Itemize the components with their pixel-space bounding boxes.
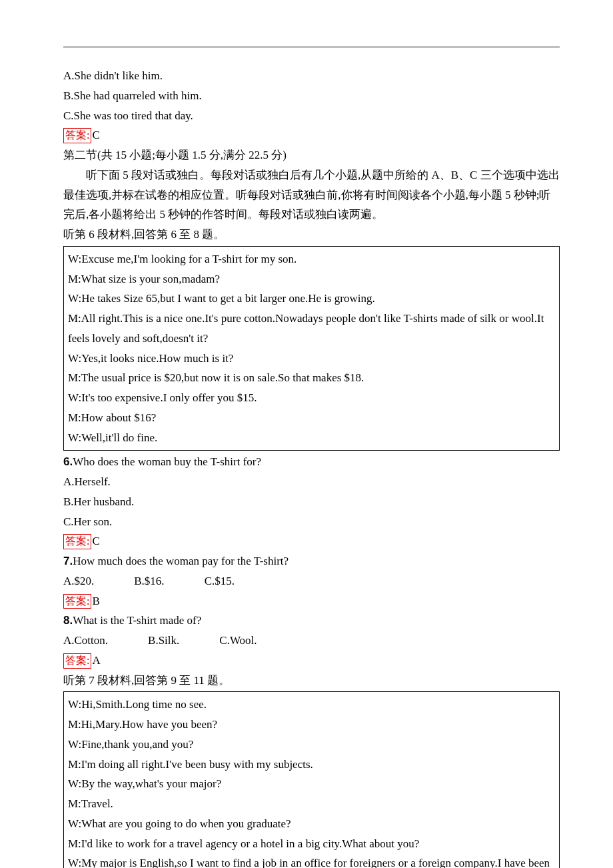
question-7-options: A.$20. B.$16. C.$15.	[63, 571, 560, 591]
answer-label: 答案:	[63, 653, 91, 669]
question-5-options: A.She didn't like him. B.She had quarrel…	[63, 66, 560, 125]
dialog-line: W:Excuse me,I'm looking for a T-shirt fo…	[68, 249, 555, 269]
dialog-line: W:Hi,Smith.Long time no see.	[68, 695, 555, 715]
dialog-line: W:Well,it'll do fine.	[68, 428, 555, 448]
dialog-line: W:What are you going to do when you grad…	[68, 814, 555, 834]
answer-value: C	[92, 129, 99, 141]
answer-label: 答案:	[63, 128, 91, 143]
question-text: How much does the woman pay for the T-sh…	[73, 555, 289, 567]
option-b: B.$16.	[134, 571, 164, 591]
answer-row: 答案:B	[63, 591, 560, 611]
dialog-line: W:Fine,thank you,and you?	[68, 735, 555, 755]
option-b: B.Silk.	[148, 631, 179, 651]
section-2-title: 第二节(共 15 小题;每小题 1.5 分,满分 22.5 分)	[63, 145, 560, 165]
question-number: 8.	[63, 614, 73, 627]
question-6: 6.Who does the woman buy the T-shirt for…	[63, 452, 560, 472]
option-a: A.Herself.	[63, 472, 560, 492]
answer-row: 答案:C	[63, 531, 560, 551]
material-6-intro: 听第 6 段材料,回答第 6 至 8 题。	[63, 225, 560, 245]
question-text: Who does the woman buy the T-shirt for?	[73, 455, 261, 468]
dialog-line: M:All right.This is a nice one.It's pure…	[68, 309, 555, 349]
dialog-line: W:Yes,it looks nice.How much is it?	[68, 349, 555, 369]
dialog-line: M:Travel.	[68, 794, 555, 814]
dialog-line: W:By the way,what's your major?	[68, 774, 555, 794]
question-number: 6.	[63, 455, 73, 468]
option-a: A.She didn't like him.	[63, 66, 560, 86]
dialog-line: M:I'd like to work for a travel agency o…	[68, 834, 555, 854]
dialog-line: M:The usual price is $20,but now it is o…	[68, 368, 555, 388]
answer-label: 答案:	[63, 594, 91, 609]
option-c: C.$15.	[205, 571, 235, 591]
option-c: C.Her son.	[63, 512, 560, 532]
dialog-6: W:Excuse me,I'm looking for a T-shirt fo…	[63, 246, 560, 451]
question-text: What is the T-shirt made of?	[73, 614, 201, 627]
dialog-line: W:He takes Size 65,but I want to get a b…	[68, 289, 555, 309]
dialog-7: W:Hi,Smith.Long time no see. M:Hi,Mary.H…	[63, 691, 560, 868]
dialog-line: W:My major is English,so I want to find …	[68, 853, 555, 868]
answer-value: C	[92, 535, 99, 547]
option-c: C.She was too tired that day.	[63, 106, 560, 126]
option-b: B.She had quarreled with him.	[63, 86, 560, 106]
question-7: 7.How much does the woman pay for the T-…	[63, 551, 560, 571]
question-number: 7.	[63, 555, 73, 567]
option-a: A.Cotton.	[63, 631, 108, 651]
option-c: C.Wool.	[219, 631, 257, 651]
answer-label: 答案:	[63, 534, 91, 549]
material-7-intro: 听第 7 段材料,回答第 9 至 11 题。	[63, 671, 560, 691]
answer-row: 答案:A	[63, 651, 560, 671]
question-8-options: A.Cotton. B.Silk. C.Wool.	[63, 631, 560, 651]
answer-value: B	[92, 595, 99, 607]
dialog-line: W:It's too expensive.I only offer you $1…	[68, 388, 555, 408]
answer-row: 答案:C	[63, 125, 560, 145]
question-8: 8.What is the T-shirt made of?	[63, 611, 560, 631]
option-a: A.$20.	[63, 571, 94, 591]
horizontal-rule	[63, 47, 560, 47]
dialog-line: M:I'm doing all right.I've been busy wit…	[68, 755, 555, 775]
dialog-line: M:How about $16?	[68, 408, 555, 428]
option-b: B.Her husband.	[63, 492, 560, 512]
section-2-description: 听下面 5 段对话或独白。每段对话或独白后有几个小题,从题中所给的 A、B、C …	[63, 165, 560, 225]
dialog-line: M:What size is your son,madam?	[68, 269, 555, 289]
question-6-options: A.Herself. B.Her husband. C.Her son.	[63, 472, 560, 531]
answer-value: A	[92, 654, 100, 667]
dialog-line: M:Hi,Mary.How have you been?	[68, 715, 555, 735]
